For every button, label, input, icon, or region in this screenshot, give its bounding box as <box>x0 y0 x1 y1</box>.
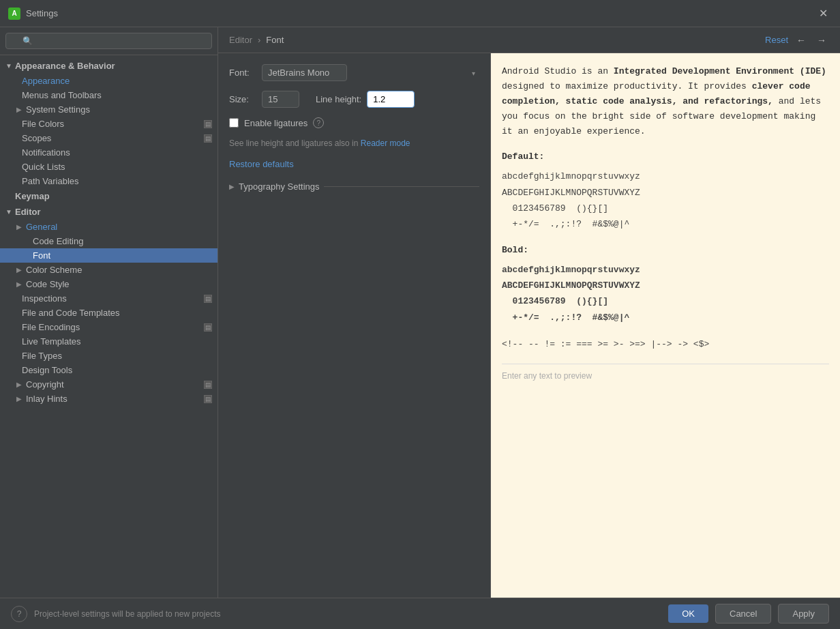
sidebar-item-label: Inspections <box>22 293 67 304</box>
typography-arrow-icon: ▶ <box>229 183 235 190</box>
font-label: Font: <box>229 68 256 78</box>
preview-default-lower: abcdefghijklmnopqrstuvwxyz <box>502 169 829 184</box>
preview-bold-label: Bold: <box>502 244 829 258</box>
sidebar-item-inspections[interactable]: Inspections ▤ <box>0 291 217 306</box>
sidebar-item-code-style[interactable]: ▶ Code Style <box>0 277 217 291</box>
preview-bold-symbols: +-*/= .,;:!? #&$%@|^ <box>502 310 829 325</box>
size-input[interactable] <box>262 91 299 108</box>
preview-default-symbols: +-*/= .,;:!? #&$%@|^ <box>502 216 829 232</box>
preview-default-upper: ABCDEFGHIJKLMNOPQRSTUVWXYZ <box>502 185 829 201</box>
preview-default-digits: 0123456789 (){}[] <box>502 201 829 216</box>
preview-default-label: Default: <box>502 150 829 164</box>
app-icon: A <box>8 8 20 20</box>
line-height-label: Line height: <box>316 94 361 104</box>
back-button[interactable]: ← <box>794 33 809 47</box>
expand-arrow-icon: ▼ <box>5 62 15 70</box>
sidebar-item-label: Menus and Toolbars <box>22 90 102 100</box>
sidebar-item-editor[interactable]: ▼ Editor <box>0 204 217 220</box>
typography-section: ▶ Typography Settings <box>229 179 479 192</box>
sidebar-item-quick-lists[interactable]: Quick Lists <box>0 160 217 174</box>
badge-icon: ▤ <box>204 120 212 128</box>
sidebar-item-label: Path Variables <box>22 176 79 186</box>
sidebar-item-appearance[interactable]: Appearance <box>0 74 217 88</box>
sidebar-item-keymap[interactable]: Keymap <box>0 188 217 204</box>
sidebar-item-file-code-templates[interactable]: File and Code Templates <box>0 306 217 320</box>
sidebar-item-label: Color Scheme <box>26 265 82 275</box>
size-label: Size: <box>229 94 256 104</box>
collapse-arrow-icon: ▶ <box>16 266 26 274</box>
ligatures-row: Enable ligatures ? <box>229 117 479 128</box>
sidebar-item-general[interactable]: ▶ General <box>0 220 217 234</box>
font-select[interactable]: JetBrains Mono <box>262 64 347 81</box>
sidebar-item-notifications[interactable]: Notifications <box>0 145 217 160</box>
sidebar-item-label: Editor <box>15 207 41 217</box>
sidebar-item-font[interactable]: Font <box>0 248 217 263</box>
sidebar-item-label: Scopes <box>22 133 51 143</box>
sidebar-item-label: General <box>26 222 57 232</box>
cancel-button[interactable]: Cancel <box>715 604 771 624</box>
restore-defaults: Restore defaults <box>229 159 479 169</box>
chevron-down-icon: ▾ <box>472 69 475 76</box>
preview-intro-rest: designed to maximize productivity. It pr… <box>502 81 752 91</box>
expand-arrow-icon: ▼ <box>5 208 15 216</box>
preview-area[interactable]: Android Studio is an Integrated Developm… <box>491 53 840 598</box>
reset-button[interactable]: Reset <box>765 35 788 45</box>
sidebar-item-appearance-behavior[interactable]: ▼ Appearance & Behavior <box>0 58 217 74</box>
sidebar-item-inlay-hints[interactable]: ▶ Inlay Hints ▤ <box>0 392 217 406</box>
sidebar-item-copyright[interactable]: ▶ Copyright ▤ <box>0 377 217 392</box>
ligatures-label[interactable]: Enable ligatures <box>244 118 308 128</box>
breadcrumb-current: Font <box>266 35 284 45</box>
info-text: See line height and ligatures also in Re… <box>229 138 479 149</box>
sidebar-item-path-variables[interactable]: Path Variables <box>0 174 217 188</box>
search-box: ⌕ <box>0 27 217 55</box>
sidebar-item-code-editing[interactable]: Code Editing <box>0 234 217 248</box>
sidebar-item-design-tools[interactable]: Design Tools <box>0 363 217 377</box>
panel-header: Editor › Font Reset ← → <box>218 27 840 53</box>
bottom-info-text: Project-level settings will be applied t… <box>34 609 661 619</box>
font-row: Font: JetBrains Mono ▾ <box>229 64 479 81</box>
sidebar-item-system-settings[interactable]: ▶ System Settings <box>0 102 217 117</box>
badge-icon: ▤ <box>204 395 212 403</box>
sidebar-item-menus-toolbars[interactable]: Menus and Toolbars <box>0 88 217 102</box>
preview-ligatures-section: <!-- -- != := === >= >- >=> |--> -> <$> <box>502 336 829 352</box>
sidebar-item-label: Notifications <box>22 147 70 158</box>
close-button[interactable]: ✕ <box>815 5 832 21</box>
apply-button[interactable]: Apply <box>778 604 829 624</box>
sidebar-item-label: Copyright <box>26 379 64 390</box>
ok-button[interactable]: OK <box>668 604 708 623</box>
restore-defaults-button[interactable]: Restore defaults <box>229 159 294 169</box>
sidebar-item-live-templates[interactable]: Live Templates <box>0 334 217 349</box>
sidebar-item-scopes[interactable]: Scopes ▤ <box>0 131 217 145</box>
preview-intro-bold: Integrated Development Environment (IDE) <box>614 66 826 76</box>
reader-mode-link[interactable]: Reader mode <box>361 138 410 148</box>
forward-button[interactable]: → <box>814 33 829 47</box>
help-button[interactable]: ? <box>11 606 27 622</box>
preview-bold-lower: abcdefghijklmnopqrstuvwxyz <box>502 262 829 278</box>
sidebar-item-label: Code Editing <box>33 236 83 246</box>
sidebar: ⌕ ▼ Appearance & Behavior Appearance Men… <box>0 27 218 598</box>
size-row: Size: Line height: <box>229 91 479 108</box>
breadcrumb-parent: Editor <box>229 35 252 45</box>
search-input[interactable] <box>5 33 212 49</box>
sidebar-item-label: Design Tools <box>22 365 72 375</box>
sidebar-item-label: File Types <box>22 351 62 361</box>
header-actions: Reset ← → <box>765 33 829 47</box>
line-height-input[interactable] <box>367 91 415 108</box>
title-bar: A Settings ✕ <box>0 0 840 27</box>
font-select-wrapper: JetBrains Mono ▾ <box>262 64 479 81</box>
sidebar-item-file-encodings[interactable]: File Encodings ▤ <box>0 320 217 334</box>
main-panel: Editor › Font Reset ← → Font: <box>218 27 840 598</box>
typography-title: Typography Settings <box>239 181 320 192</box>
info-text-label: See line height and ligatures also in <box>229 138 358 148</box>
sidebar-item-label: File Encodings <box>22 322 80 332</box>
sidebar-item-file-types[interactable]: File Types <box>0 349 217 363</box>
sidebar-item-color-scheme[interactable]: ▶ Color Scheme <box>0 263 217 277</box>
collapse-arrow-icon: ▶ <box>16 223 26 231</box>
preview-intro-normal: Android Studio is an <box>502 66 614 76</box>
sidebar-item-file-colors[interactable]: File Colors ▤ <box>0 117 217 131</box>
collapse-arrow-icon: ▶ <box>16 280 26 288</box>
help-icon[interactable]: ? <box>313 117 324 128</box>
sidebar-item-label: Appearance <box>22 76 70 86</box>
ligatures-checkbox[interactable] <box>229 118 239 128</box>
bottom-bar: ? Project-level settings will be applied… <box>0 598 840 629</box>
